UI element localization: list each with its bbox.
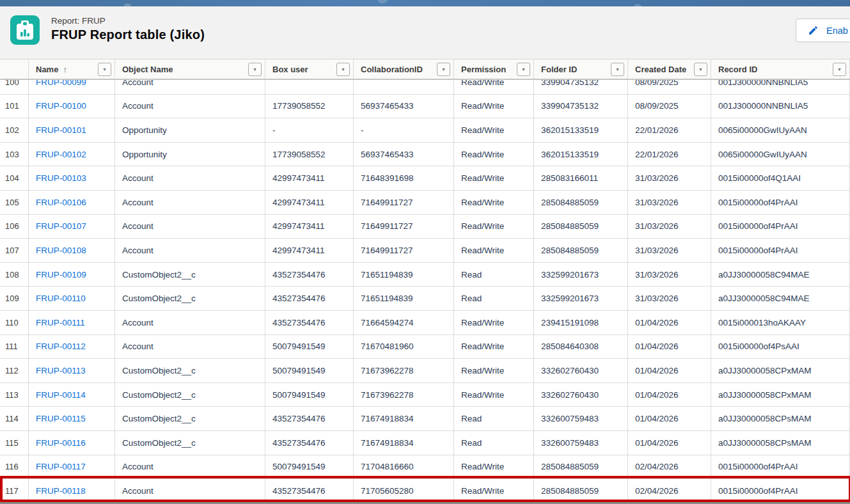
record-name-link[interactable]: FRUP-00111 bbox=[36, 318, 85, 327]
record-name-link[interactable]: FRUP-00099 bbox=[36, 80, 86, 87]
cell-permission: Read/Write bbox=[454, 383, 534, 407]
cell-folder-id: 285084885059 bbox=[534, 239, 628, 262]
cell-collaboration-id: 71649911727 bbox=[354, 239, 454, 262]
record-name-link[interactable]: FRUP-00117 bbox=[36, 462, 86, 471]
chevron-down-icon: ▼ bbox=[253, 67, 257, 72]
cell-folder-id: 285084885059 bbox=[534, 479, 628, 503]
cell-record-id: a0JJ30000058C94MAE bbox=[711, 287, 850, 310]
column-menu-button[interactable]: ▼ bbox=[98, 63, 111, 76]
cell-created-date: 01/04/2026 bbox=[628, 335, 711, 359]
column-header-record-id: Record ID ▼ bbox=[711, 59, 850, 79]
record-name-link[interactable]: FRUP-00113 bbox=[36, 366, 86, 375]
cell-permission: Read/Write bbox=[454, 191, 534, 214]
record-name-link[interactable]: FRUP-00115 bbox=[36, 414, 86, 423]
cell-collaboration-id: 71670481960 bbox=[354, 335, 454, 359]
column-menu-button[interactable]: ▼ bbox=[336, 63, 350, 76]
record-name-link[interactable]: FRUP-00107 bbox=[36, 221, 86, 231]
table-row: 117 FRUP-00118 Account 43527354476 71705… bbox=[0, 479, 850, 503]
cell-created-date: 01/04/2026 bbox=[628, 383, 711, 407]
cell-record-id: 001J300000NNBNLIA5 bbox=[711, 80, 850, 94]
cell-folder-id: 332602760430 bbox=[534, 383, 628, 407]
cell-object-name: Account bbox=[115, 80, 265, 94]
cell-permission: Read bbox=[454, 407, 534, 430]
cell-folder-id: 332599201673 bbox=[534, 263, 628, 287]
cell-record-id: 0015i00000of4PsAAI bbox=[711, 335, 850, 359]
report-icon bbox=[10, 15, 40, 45]
column-header-box-user: Box user ▼ bbox=[265, 59, 354, 79]
record-name-link[interactable]: FRUP-00106 bbox=[36, 198, 86, 207]
record-name-link[interactable]: FRUP-00100 bbox=[36, 101, 86, 111]
report-header: Report: FRUP FRUP Report table (Jiko) En… bbox=[0, 6, 850, 59]
cell-permission: Read/Write bbox=[454, 455, 534, 479]
cell-object-name: Account bbox=[115, 455, 265, 479]
record-name-link[interactable]: FRUP-00101 bbox=[36, 125, 86, 135]
cell-box-user bbox=[265, 80, 354, 94]
column-header-collaborationid: CollaborationID ▼ bbox=[354, 59, 454, 79]
column-label: Created Date bbox=[635, 65, 686, 74]
cell-record-id: 0015i00000of4PrAAI bbox=[711, 239, 850, 262]
cell-record-id: a0JJ30000058CPsMAM bbox=[711, 407, 850, 430]
chevron-down-icon: ▼ bbox=[698, 67, 703, 72]
cell-created-date: 31/03/2026 bbox=[628, 239, 711, 262]
cell-permission: Read/Write bbox=[454, 95, 534, 118]
cell-box-user: 43527354476 bbox=[265, 479, 354, 503]
cell-record-id: a0JJ30000058CPxMAM bbox=[711, 383, 850, 407]
record-name-link[interactable]: FRUP-00102 bbox=[36, 150, 86, 159]
table-row: 109 FRUP-00110 CustomObject2__c 43527354… bbox=[0, 287, 850, 311]
cell-folder-id: 332599201673 bbox=[534, 287, 628, 310]
enable-edit-button-label: Enab bbox=[826, 26, 848, 36]
record-name-link[interactable]: FRUP-00118 bbox=[36, 486, 86, 496]
table-row: 102 FRUP-00101 Opportunity - - Read/Writ… bbox=[0, 118, 850, 143]
cell-folder-id: 285084885059 bbox=[534, 191, 628, 214]
record-name-link[interactable]: FRUP-00114 bbox=[36, 390, 86, 400]
record-name-link[interactable]: FRUP-00108 bbox=[36, 246, 86, 255]
report-title-block: Report: FRUP FRUP Report table (Jiko) bbox=[51, 15, 205, 43]
column-menu-button[interactable]: ▼ bbox=[517, 63, 530, 76]
cell-folder-id: 362015133519 bbox=[534, 143, 628, 166]
cell-box-user: 43527354476 bbox=[265, 431, 354, 455]
table-row: 104 FRUP-00103 Account 42997473411 71648… bbox=[0, 166, 850, 191]
cell-box-user: 50079491549 bbox=[265, 455, 354, 479]
page-title: FRUP Report table (Jiko) bbox=[51, 26, 205, 43]
cell-created-date: 31/03/2026 bbox=[628, 215, 711, 239]
cell-record-id: 0065i00000GwIUyAAN bbox=[711, 143, 850, 166]
column-menu-button[interactable]: ▼ bbox=[611, 63, 624, 76]
record-name-link[interactable]: FRUP-00112 bbox=[36, 342, 86, 351]
cell-permission: Read/Write bbox=[454, 143, 534, 166]
column-menu-button[interactable]: ▼ bbox=[833, 63, 846, 76]
cell-object-name: Account bbox=[115, 166, 265, 190]
enable-edit-button[interactable]: Enab bbox=[796, 19, 850, 42]
cell-record-id: 0015i00000of4PrAAI bbox=[711, 191, 850, 214]
cell-collaboration-id: 71704816660 bbox=[354, 455, 454, 479]
cell-permission: Read/Write bbox=[454, 239, 534, 262]
sort-asc-icon: ↑ bbox=[63, 65, 67, 74]
row-number: 113 bbox=[0, 383, 29, 407]
cell-created-date: 31/03/2026 bbox=[628, 263, 711, 287]
row-number: 112 bbox=[0, 359, 29, 382]
row-number: 103 bbox=[0, 143, 29, 166]
row-number: 115 bbox=[0, 431, 29, 455]
cell-permission: Read bbox=[454, 287, 534, 310]
row-number: 114 bbox=[0, 407, 29, 430]
cell-created-date: 31/03/2026 bbox=[628, 287, 711, 310]
cell-folder-id: 285084885059 bbox=[534, 455, 628, 479]
cell-folder-id: 332600759483 bbox=[534, 407, 628, 430]
row-number-header bbox=[0, 59, 29, 79]
cell-collaboration-id: 71651194839 bbox=[354, 263, 454, 287]
record-name-link[interactable]: FRUP-00103 bbox=[36, 173, 86, 183]
column-menu-button[interactable]: ▼ bbox=[248, 63, 262, 76]
record-name-link[interactable]: FRUP-00109 bbox=[36, 270, 86, 280]
table-row: 114 FRUP-00115 CustomObject2__c 43527354… bbox=[0, 407, 850, 431]
cell-folder-id: 339904735132 bbox=[534, 95, 628, 118]
row-number: 100 bbox=[0, 80, 29, 94]
cell-record-id: 0015i00000of4PrAAI bbox=[711, 479, 850, 503]
cell-record-id: 0015i00000of4PrAAI bbox=[711, 455, 850, 479]
cell-created-date: 22/01/2026 bbox=[628, 118, 711, 142]
column-label: Box user bbox=[272, 65, 308, 74]
column-menu-button[interactable]: ▼ bbox=[694, 63, 707, 76]
column-menu-button[interactable]: ▼ bbox=[437, 63, 450, 76]
record-name-link[interactable]: FRUP-00116 bbox=[36, 438, 86, 448]
record-name-link[interactable]: FRUP-00110 bbox=[36, 294, 86, 303]
report-type-label: Report: FRUP bbox=[51, 15, 205, 26]
cell-record-id: 001J300000NNBNLIA5 bbox=[711, 95, 850, 118]
